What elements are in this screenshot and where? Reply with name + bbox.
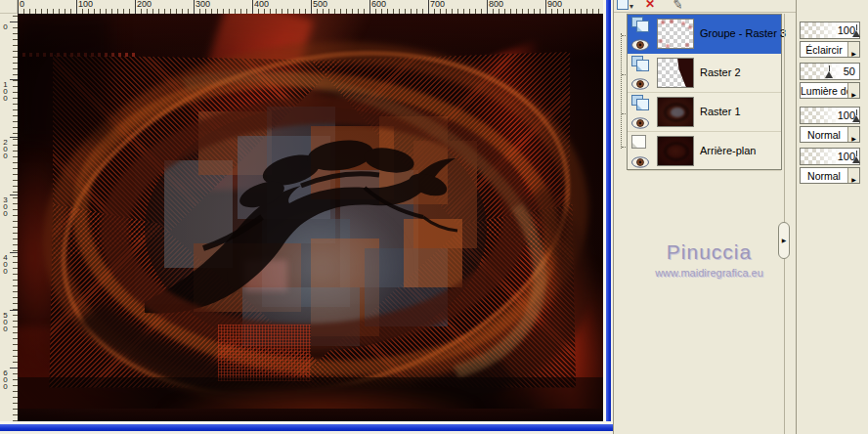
raster-layer-icon <box>631 95 652 112</box>
arrow-right-icon: ▶ <box>851 177 856 183</box>
dropdown-arrow-button[interactable]: ▶ <box>847 127 859 142</box>
ruler-label: 800 <box>489 0 503 9</box>
palette-expand-button[interactable]: ▶ <box>778 222 790 259</box>
blend-mode-panel: 100 Éclaircir ▶ 50 Lumière douce ▶ <box>796 0 868 434</box>
ruler-label: 600 <box>371 0 386 9</box>
watermark-title: Pinuccia <box>624 240 795 264</box>
layer-row-raster-1[interactable]: Raster 1 <box>628 93 781 132</box>
image-canvas[interactable] <box>18 14 603 421</box>
ruler-label: 1 0 0 <box>1 81 10 102</box>
opacity-slider-handle[interactable] <box>825 65 834 78</box>
ruler-label: 0 <box>20 0 24 9</box>
blend-mode-dropdown[interactable]: Normal ▶ <box>800 167 860 184</box>
visibility-eye-icon[interactable] <box>631 154 649 166</box>
opacity-value: 50 <box>844 65 855 77</box>
layer-row-groupe-raster-3[interactable]: Groupe - Raster 3 <box>628 15 781 54</box>
ruler-label: 700 <box>430 0 445 9</box>
blend-mode-value: Normal <box>801 129 847 141</box>
blend-group-4: 100 Normal ▶ <box>800 148 867 184</box>
background-layer-icon <box>631 135 646 149</box>
blend-mode-dropdown[interactable]: Normal ▶ <box>800 126 860 143</box>
edit-brush-icon[interactable]: ✎ <box>671 0 687 12</box>
opacity-slider[interactable]: 50 <box>800 63 860 80</box>
layer-thumbnail[interactable] <box>657 19 694 49</box>
ruler-label: 200 <box>137 0 152 9</box>
ruler-label: 5 0 0 <box>1 312 10 332</box>
ruler-label: 4 0 0 <box>1 254 10 275</box>
layer-thumbnail[interactable] <box>657 58 694 88</box>
blend-group-1: 100 Éclaircir ▶ <box>800 22 867 58</box>
ruler-label: 500 <box>313 0 327 9</box>
horizontal-ruler: 0100200300400500600700800900 <box>18 0 603 14</box>
ruler-label: 300 <box>195 0 210 9</box>
dropdown-arrow-button[interactable]: ▶ <box>847 168 859 183</box>
delete-layer-icon[interactable]: ✕ <box>643 0 660 12</box>
ruler-label: 400 <box>254 0 269 9</box>
opacity-slider[interactable]: 100 <box>800 107 860 124</box>
ruler-label: 6 0 0 <box>1 369 10 390</box>
raster-layer-icon <box>631 17 652 34</box>
blend-mode-dropdown[interactable]: Éclaircir ▶ <box>800 41 860 58</box>
blend-mode-dropdown[interactable]: Lumière douce ▶ <box>800 82 860 99</box>
blend-mode-value: Normal <box>801 170 847 182</box>
blend-mode-value: Éclaircir <box>801 44 847 56</box>
blend-group-2: 50 Lumière douce ▶ <box>800 63 867 99</box>
dropdown-arrow-button[interactable]: ▶ <box>847 83 859 98</box>
layer-row-raster-2[interactable]: Raster 2 <box>628 54 781 93</box>
ruler-corner <box>0 0 18 14</box>
opacity-slider-handle[interactable] <box>852 24 861 37</box>
ruler-label: 2 0 0 <box>1 139 10 159</box>
layer-thumbnail[interactable] <box>657 97 694 127</box>
visibility-eye-icon[interactable] <box>631 37 649 49</box>
watermark: Pinuccia www.maidiregrafica.eu <box>624 240 795 279</box>
layer-name: Groupe - Raster 3 <box>700 27 786 39</box>
layers-list: Groupe - Raster 3 Raster 2 <box>627 14 782 170</box>
new-layer-icon[interactable]: ▾ <box>616 0 632 12</box>
layer-name: Raster 2 <box>700 66 741 78</box>
blend-mode-value: Lumière douce <box>801 85 847 97</box>
layer-thumbnail[interactable] <box>657 136 694 166</box>
raster-layer-icon <box>631 56 652 73</box>
opacity-slider-handle[interactable] <box>852 109 861 122</box>
layers-palette: ▾ ✕ ✎ Groupe - R <box>613 0 868 434</box>
window-frame-blue-bottom <box>0 424 613 431</box>
arrow-right-icon: ▶ <box>851 92 856 98</box>
paintshop-pro-workspace: 0100200300400500600700800900 01 0 02 0 0… <box>0 0 868 434</box>
dropdown-arrow-button[interactable]: ▶ <box>847 42 859 57</box>
visibility-eye-icon[interactable] <box>631 115 649 127</box>
opacity-slider-handle[interactable] <box>852 151 861 163</box>
opacity-slider[interactable]: 100 <box>800 148 860 165</box>
layer-name: Arrière-plan <box>700 145 756 156</box>
visibility-eye-icon[interactable] <box>631 76 649 88</box>
ruler-label: 900 <box>547 0 562 9</box>
ruler-label: 3 0 0 <box>1 196 10 217</box>
opacity-slider[interactable]: 100 <box>800 22 860 39</box>
arrow-right-icon: ▶ <box>851 136 856 142</box>
vertical-ruler: 01 0 02 0 03 0 04 0 05 0 06 0 0 <box>0 14 18 421</box>
blend-group-3: 100 Normal ▶ <box>800 107 867 143</box>
ruler-label: 100 <box>78 0 93 9</box>
layer-name: Raster 1 <box>700 106 741 117</box>
ruler-label: 0 <box>1 23 10 30</box>
layer-row-arriere-plan[interactable]: Arrière-plan <box>628 132 781 171</box>
watermark-url: www.maidiregrafica.eu <box>624 267 795 279</box>
chevron-right-icon: ▶ <box>782 238 787 243</box>
arrow-right-icon: ▶ <box>851 51 856 57</box>
canvas-art-vignette <box>18 14 603 421</box>
